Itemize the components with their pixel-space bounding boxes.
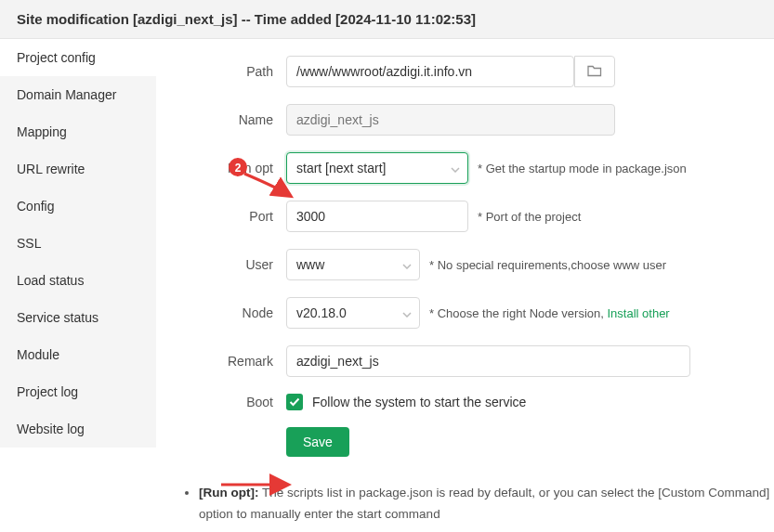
runopt-value: start [next start] — [296, 161, 386, 175]
notes: [Run opt]: The scripts list in package.j… — [182, 483, 774, 526]
runopt-hint: * Get the startup mode in package.json — [478, 162, 687, 175]
label-path: Path — [156, 64, 286, 79]
check-icon — [289, 395, 300, 409]
port-input[interactable] — [286, 201, 468, 232]
chevron-down-icon — [402, 257, 412, 272]
chevron-down-icon — [451, 161, 460, 175]
sidebar-item-service-status[interactable]: Service status — [0, 299, 156, 336]
path-input[interactable] — [286, 56, 574, 87]
label-name: Name — [156, 112, 286, 127]
sidebar-item-config[interactable]: Config — [0, 188, 156, 225]
sidebar-item-url-rewrite[interactable]: URL rewrite — [0, 150, 156, 188]
sidebar-item-website-log[interactable]: Website log — [0, 410, 156, 448]
install-other-link[interactable]: Install other — [608, 306, 670, 320]
label-port: Port — [156, 209, 286, 224]
label-remark: Remark — [156, 354, 286, 369]
remark-input[interactable] — [286, 345, 690, 377]
boot-text: Follow the system to start the service — [312, 395, 526, 409]
note-runopt: [Run opt]: The scripts list in package.j… — [199, 483, 774, 526]
sidebar-item-mapping[interactable]: Mapping — [0, 113, 156, 150]
label-node: Node — [156, 305, 286, 320]
sidebar-item-ssl[interactable]: SSL — [0, 225, 156, 262]
sidebar-item-project-config[interactable]: Project config — [0, 39, 156, 76]
boot-checkbox[interactable] — [286, 394, 303, 410]
name-input — [286, 104, 615, 136]
user-select[interactable]: www — [286, 249, 420, 280]
runopt-select[interactable]: start [next start] — [286, 152, 468, 184]
node-value: v20.18.0 — [296, 305, 347, 320]
node-select[interactable]: v20.18.0 — [286, 297, 420, 329]
label-boot: Boot — [156, 395, 286, 409]
label-runopt: Run opt — [156, 161, 286, 175]
browse-folder-button[interactable] — [574, 56, 615, 87]
sidebar-item-load-status[interactable]: Load status — [0, 262, 156, 299]
folder-icon — [587, 64, 602, 80]
page-title: Site modification [azdigi_next_js] -- Ti… — [0, 0, 774, 39]
save-button[interactable]: Save — [286, 427, 349, 457]
chevron-down-icon — [402, 305, 412, 320]
sidebar: Project config Domain Manager Mapping UR… — [0, 39, 156, 532]
content-panel: Path Name Run opt — [156, 39, 774, 532]
port-hint: * Port of the project — [478, 210, 581, 224]
sidebar-item-module[interactable]: Module — [0, 336, 156, 373]
user-value: www — [296, 257, 324, 272]
user-hint: * No special requirements,choose www use… — [429, 258, 666, 272]
label-user: User — [156, 257, 286, 272]
sidebar-item-project-log[interactable]: Project log — [0, 373, 156, 410]
sidebar-item-domain-manager[interactable]: Domain Manager — [0, 76, 156, 113]
node-hint: * Choose the right Node version, Install… — [429, 306, 670, 320]
